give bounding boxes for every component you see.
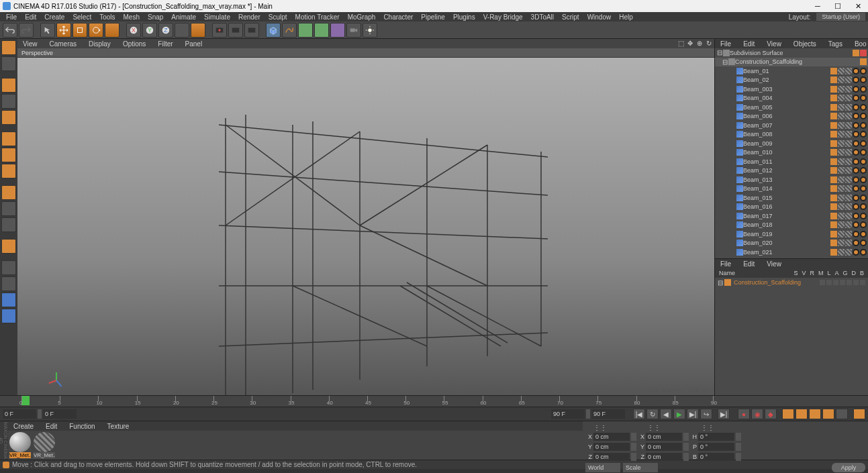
uvw-tag[interactable] (853, 249, 859, 256)
phong-tag[interactable] (838, 221, 845, 228)
tex-tag[interactable] (845, 113, 852, 119)
vis-tag[interactable] (830, 113, 837, 119)
vis-tag[interactable] (830, 95, 837, 101)
viewport-solo[interactable] (1, 239, 16, 254)
sel-tag[interactable] (860, 231, 867, 238)
coord-scale-dropdown[interactable]: Scale (623, 463, 658, 472)
render-settings[interactable] (244, 23, 259, 38)
expand-icon[interactable]: ⊟ (716, 49, 723, 56)
timeline-ruler[interactable]: 051015202530354045505560657075808590 (0, 395, 868, 407)
menu-script[interactable]: Script (559, 13, 583, 21)
edge-mode[interactable] (1, 148, 16, 162)
phong-tag[interactable] (838, 249, 845, 256)
render-region[interactable] (228, 23, 243, 38)
tree-beam-row[interactable]: Beam_009 (715, 139, 868, 148)
xray-mode[interactable] (1, 276, 16, 291)
tex-tag[interactable] (845, 249, 852, 256)
phong-tag[interactable] (838, 104, 845, 111)
vis-tag[interactable] (830, 240, 837, 246)
vp-nav-icon[interactable]: ⬚ (675, 40, 683, 48)
vis-tag[interactable] (830, 167, 837, 174)
phong-tag[interactable] (838, 122, 845, 129)
tree-beam-row[interactable]: Beam_003 (715, 85, 868, 94)
tex-tag[interactable] (845, 68, 852, 74)
xaxis-lock[interactable]: X (126, 23, 141, 38)
menu-vraybridge[interactable]: V-Ray Bridge (480, 13, 526, 21)
om-tags[interactable]: Tags (826, 40, 845, 48)
redo-button[interactable] (19, 23, 34, 38)
vis-tag[interactable] (830, 231, 837, 238)
sel-tag[interactable] (860, 167, 867, 174)
mat-texture[interactable]: Texture (105, 423, 132, 430)
prev-frame[interactable]: ◀ (660, 409, 672, 419)
tree-beam-row[interactable]: Beam_014 (715, 185, 868, 194)
sel-tag[interactable] (860, 131, 867, 138)
vis-tag[interactable] (830, 213, 837, 219)
menu-3dtoall[interactable]: 3DToAll (528, 13, 557, 21)
object-mode[interactable] (1, 78, 16, 93)
phong-tag[interactable] (838, 176, 845, 183)
keyframe-button[interactable]: ◆ (765, 409, 777, 419)
spinner-icon[interactable] (586, 409, 590, 419)
vp-view[interactable]: View (20, 40, 40, 48)
vis-tag[interactable] (830, 221, 837, 228)
python-script[interactable] (1, 309, 16, 323)
sel-tag[interactable] (860, 122, 867, 129)
add-camera[interactable] (346, 23, 361, 38)
menu-help[interactable]: Help (616, 13, 636, 21)
phong-tag[interactable] (838, 95, 845, 101)
sel-tag[interactable] (860, 158, 867, 165)
uvw-tag[interactable] (853, 68, 859, 74)
vis-tag[interactable] (830, 195, 837, 201)
tree-beam-row[interactable]: Beam_015 (715, 193, 868, 203)
vp-zoom-icon[interactable]: ⊕ (694, 40, 702, 48)
tex-tag[interactable] (845, 122, 852, 129)
uvw-tag[interactable] (853, 158, 859, 165)
sel-tag[interactable] (860, 140, 867, 147)
lasttool-button[interactable] (105, 23, 119, 38)
menu-simulate[interactable]: Simulate (201, 13, 234, 21)
phong-tag[interactable] (838, 68, 845, 74)
sel-tag[interactable] (860, 104, 867, 111)
sel-tag[interactable] (860, 95, 867, 101)
menu-create[interactable]: Create (41, 13, 68, 21)
uvw-tag[interactable] (853, 86, 859, 93)
menu-edit[interactable]: Edit (21, 13, 40, 21)
om-objects[interactable]: Objects (791, 40, 819, 48)
tex-tag[interactable] (845, 131, 852, 138)
add-deformer[interactable] (314, 23, 329, 38)
tree-beam-row[interactable]: Beam_008 (715, 130, 868, 140)
layout-dropdown[interactable]: Startup (User) (816, 13, 865, 21)
goto-end[interactable]: ▶| (718, 409, 730, 419)
menu-select[interactable]: Select (69, 13, 95, 21)
tweak-mode[interactable] (1, 185, 16, 200)
sel-tag[interactable] (860, 240, 867, 246)
tree-beam-row[interactable]: Beam_019 (715, 229, 868, 239)
tex-tag[interactable] (845, 231, 852, 238)
phong-tag[interactable] (838, 86, 845, 93)
vp-cameras[interactable]: Cameras (47, 40, 80, 48)
locked-mode[interactable] (1, 260, 16, 275)
next-frame[interactable]: ▶| (687, 409, 699, 419)
am-view[interactable]: View (764, 260, 784, 268)
autokey-button[interactable]: ◉ (751, 409, 763, 419)
zaxis-lock[interactable]: Z (158, 23, 173, 38)
sel-tag[interactable] (860, 176, 867, 183)
vis-tag[interactable] (830, 122, 837, 129)
tex-tag[interactable] (845, 213, 852, 219)
vis-tag[interactable] (830, 76, 837, 83)
make-editable[interactable] (191, 23, 205, 38)
am-edit[interactable]: Edit (740, 260, 757, 268)
vis-tag[interactable] (830, 158, 837, 165)
tree-beam-row[interactable]: Beam_020 (715, 239, 868, 248)
tree-child-row[interactable]: ⊟ Construction_Scaffolding (715, 58, 868, 67)
add-environment[interactable] (330, 23, 345, 38)
vis-tag[interactable] (860, 58, 867, 65)
uvw-tag[interactable] (853, 131, 859, 138)
add-generator[interactable] (298, 23, 313, 38)
vis-tag[interactable] (830, 140, 837, 147)
key-options[interactable] (836, 409, 848, 419)
vp-panel[interactable]: Panel (183, 40, 205, 48)
tree-root-row[interactable]: ⊟ Subdivision Surface (715, 48, 868, 58)
forward[interactable]: ↪ (700, 409, 712, 419)
